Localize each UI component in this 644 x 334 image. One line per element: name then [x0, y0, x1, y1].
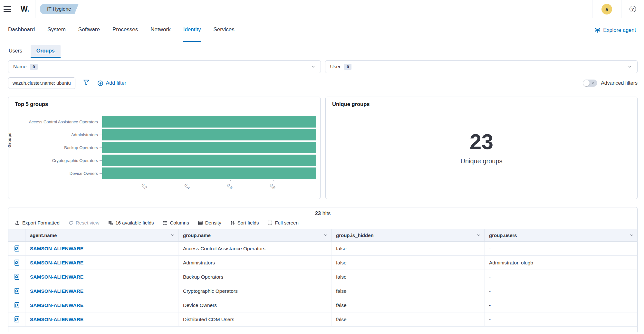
export-formatted-button[interactable]: Export Formatted [15, 220, 60, 225]
hamburger-menu-icon[interactable] [0, 0, 15, 18]
expand-row-button[interactable] [14, 273, 20, 280]
tab-system[interactable]: System [47, 18, 66, 42]
cell-agent-name[interactable]: SAMSON-ALIENWARE [25, 298, 178, 312]
app-header: W. IT Hygiene a ? [0, 0, 644, 18]
cell-agent-name[interactable]: SAMSON-ALIENWARE [25, 270, 178, 284]
category-label: Device Owners [8, 171, 100, 176]
add-filter-button[interactable]: Add filter [97, 80, 126, 86]
select-label: Name [13, 64, 26, 70]
chart-row: Access Control Assistance Operators [8, 115, 316, 128]
help-icon[interactable]: ? [630, 6, 636, 12]
sort-fields-button[interactable]: Sort fields [230, 220, 259, 225]
count-badge: 0 [30, 64, 37, 70]
advanced-filters-toggle[interactable] [583, 80, 597, 87]
expand-row-button[interactable] [14, 302, 20, 309]
hits-label: hits [322, 210, 331, 216]
tab-services[interactable]: Services [214, 18, 235, 42]
hits-number: 23 [315, 210, 321, 216]
explore-agent-label: Explore agent [603, 27, 636, 33]
filter-funnel-button[interactable] [83, 79, 90, 87]
inspect-doc-icon [14, 316, 20, 323]
bar-backup-operators[interactable] [102, 142, 316, 153]
density-icon [198, 220, 203, 225]
reset-view-button[interactable]: Reset view [68, 220, 99, 225]
module-nav: DashboardSystemSoftwareProcessesNetworkI… [0, 18, 644, 42]
row-controls-cell [8, 312, 25, 326]
cell-group-users: Administrator, olugb [485, 256, 637, 270]
filter-pill[interactable]: wazuh.cluster.name: ubuntu [8, 77, 75, 89]
divider [592, 0, 592, 18]
column-header-group-users[interactable]: group.users [485, 229, 637, 241]
row-controls-cell [8, 298, 25, 312]
chevron-down-icon [323, 233, 328, 237]
bar-access-control-assistance-operators[interactable] [102, 116, 316, 128]
cell-agent-name[interactable]: SAMSON-ALIENWARE [25, 256, 178, 270]
inspect-doc-icon [14, 245, 20, 252]
bar-device-owners[interactable] [102, 167, 316, 179]
bar-track [102, 154, 316, 167]
chart-row: Administrators [8, 128, 316, 141]
user-filter-select[interactable]: User0 [325, 60, 638, 73]
tab-processes[interactable]: Processes [112, 18, 138, 42]
row-controls-cell [8, 242, 25, 255]
breadcrumb-tag[interactable]: IT Hygiene [40, 4, 74, 14]
row-controls-cell [8, 256, 25, 270]
advanced-filters-label: Advanced filters [601, 80, 638, 86]
advanced-filters: Advanced filters [583, 80, 638, 87]
chevron-down-icon [630, 233, 634, 237]
bar-rows: Access Control Assistance OperatorsAdmin… [8, 115, 316, 180]
bar-administrators[interactable] [102, 129, 316, 140]
sort-icon [230, 220, 235, 225]
column-header-agent-name[interactable]: agent.name [25, 229, 178, 241]
bar-track [102, 141, 316, 154]
x-axis: 0.20.40.60.8 [102, 180, 316, 195]
cell-group-name: Access Control Assistance Operators [178, 242, 332, 255]
subtab-users[interactable]: Users [8, 45, 23, 58]
bar-cryptographic-operators[interactable] [102, 155, 316, 166]
cell-group-name: Administrators [178, 256, 332, 270]
panel-title: Top 5 groups [15, 101, 48, 107]
column-header-label: group.is_hidden [336, 233, 374, 238]
breadcrumb[interactable]: IT Hygiene [40, 4, 79, 14]
table-toolbar: Export FormattedReset view16 available f… [8, 216, 637, 229]
tab-dashboard[interactable]: Dashboard [8, 18, 35, 42]
tab-network[interactable]: Network [150, 18, 170, 42]
unique-groups-panel: Unique groups 23 Unique groups [325, 97, 638, 199]
columns-button[interactable]: Columns [163, 220, 189, 225]
close-x-icon [591, 81, 595, 85]
subtab-groups[interactable]: Groups [31, 45, 61, 58]
table-row: SAMSON-ALIENWAREAccess Control Assistanc… [8, 242, 637, 256]
top5-groups-panel: Top 5 groups Groups Access Control Assis… [8, 97, 321, 199]
logo-dot: . [27, 5, 30, 13]
tick-dash [100, 135, 102, 135]
full-screen-button[interactable]: Full screen [267, 220, 298, 225]
density-button[interactable]: Density [198, 220, 221, 225]
expand-row-button[interactable] [14, 288, 20, 294]
cell-agent-name[interactable]: SAMSON-ALIENWARE [25, 312, 178, 326]
avatar[interactable]: a [601, 4, 612, 14]
tab-software[interactable]: Software [78, 18, 100, 42]
cell-group-name: Backup Operators [178, 270, 332, 284]
row-controls-cell [8, 270, 25, 284]
tick-dash [100, 160, 102, 161]
category-label: Administrators [8, 132, 100, 137]
expand-row-button[interactable] [14, 316, 20, 323]
toolbar-label: Export Formatted [22, 220, 60, 225]
cell-agent-name[interactable]: SAMSON-ALIENWARE [25, 284, 178, 298]
chevron-down-icon [170, 233, 175, 237]
cell-agent-name[interactable]: SAMSON-ALIENWARE [25, 242, 178, 255]
category-label: Cryptographic Operators [8, 158, 100, 163]
name-filter-select[interactable]: Name0 [8, 60, 321, 73]
app-logo[interactable]: W. [15, 5, 35, 14]
antenna-icon [594, 27, 601, 33]
column-header-group-is-hidden[interactable]: group.is_hidden [332, 229, 485, 241]
column-header-group-name[interactable]: group.name [178, 229, 332, 241]
expand-row-button[interactable] [14, 245, 20, 252]
expand-row-button[interactable] [14, 259, 20, 266]
x-tick-label: 0.6 [226, 183, 234, 190]
16-available-fields-button[interactable]: 16 available fields [108, 220, 154, 225]
column-header-label: agent.name [30, 233, 57, 238]
visualization-panels: Top 5 groups Groups Access Control Assis… [8, 97, 638, 199]
explore-agent-button[interactable]: Explore agent [594, 18, 636, 42]
tab-identity[interactable]: Identity [183, 18, 201, 42]
